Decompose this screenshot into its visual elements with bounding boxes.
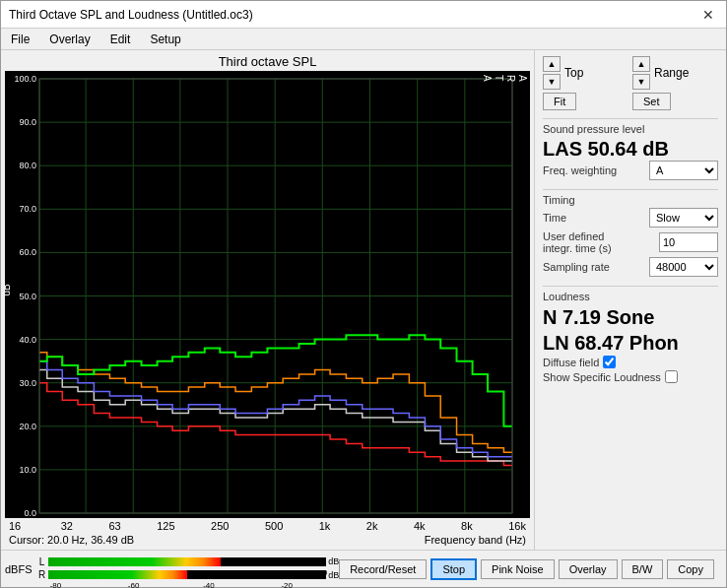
chart-area: Third octave SPL ARTA 16 32 63 125 250 5… bbox=[1, 50, 534, 550]
main-area: Third octave SPL ARTA 16 32 63 125 250 5… bbox=[1, 50, 726, 550]
tick-r-40: -40 bbox=[203, 581, 215, 588]
l-channel-row: L dB bbox=[36, 556, 340, 567]
pink-noise-button[interactable]: Pink Noise bbox=[481, 559, 555, 579]
freq-2k: 2k bbox=[366, 520, 378, 532]
sampling-rate-row: Sampling rate 48000 44100 96000 bbox=[543, 257, 718, 277]
scale-row-top: -90 -70 -60 -50 -40 -30 -20 -10 bbox=[50, 568, 340, 569]
range-label: Range bbox=[654, 66, 689, 80]
menu-setup[interactable]: Setup bbox=[144, 32, 186, 47]
chart-title: Third octave SPL bbox=[5, 54, 530, 69]
bottom-bar: dBFS L dB -90 -70 -60 -50 -40 -30 bbox=[1, 550, 726, 587]
timing-label: Timing bbox=[543, 194, 718, 206]
title-bar: Third Octave SPL and Loudness (Untitled.… bbox=[1, 1, 726, 29]
arta-label: ARTA bbox=[481, 75, 528, 83]
l-scale-end: dB bbox=[328, 556, 339, 566]
sampling-rate-label: Sampling rate bbox=[543, 261, 610, 273]
freq-8k: 8k bbox=[461, 520, 473, 532]
spl-section-label: Sound pressure level bbox=[543, 123, 718, 135]
menu-bar: File Overlay Edit Setup bbox=[1, 29, 726, 50]
top-nav-col: ▲ ▼ Top Fit bbox=[543, 56, 628, 110]
spl-canvas bbox=[5, 71, 530, 518]
bottom-controls: Record/Reset Stop Pink Noise Overlay B/W… bbox=[339, 556, 722, 582]
tick-r-20: -20 bbox=[281, 581, 293, 588]
meter-container: L dB -90 -70 -60 -50 -40 -30 -20 -10 bbox=[36, 556, 340, 582]
range-up-btn[interactable]: ▲ bbox=[632, 56, 650, 72]
fit-nav-row: Fit bbox=[543, 93, 628, 110]
show-specific-checkbox[interactable] bbox=[665, 370, 678, 383]
freq-weighting-label: Freq. weighting bbox=[543, 164, 617, 176]
range-down-btn[interactable]: ▼ bbox=[632, 74, 650, 90]
freq-band-label: Frequency band (Hz) bbox=[425, 534, 526, 546]
nav-controls: ▲ ▼ Top Fit ▲ ▼ Range bbox=[543, 56, 718, 110]
top-label: Top bbox=[564, 66, 583, 80]
time-select[interactable]: Slow Fast Impulse bbox=[649, 208, 718, 228]
bw-button[interactable]: B/W bbox=[622, 559, 664, 579]
time-row: Time Slow Fast Impulse bbox=[543, 208, 718, 228]
diffuse-field-row: Diffuse field bbox=[543, 356, 718, 368]
show-specific-label: Show Specific Loudness bbox=[543, 371, 661, 383]
freq-labels: 16 32 63 125 250 500 1k 2k 4k 8k 16k bbox=[5, 520, 530, 532]
db-axis-label: 16 bbox=[9, 520, 21, 532]
freq-16k: 16k bbox=[508, 520, 526, 532]
freq-500: 500 bbox=[265, 520, 283, 532]
range-nav-col: ▲ ▼ Range Set bbox=[632, 56, 718, 110]
user-defined-label: User definedintegr. time (s) bbox=[543, 230, 612, 254]
freq-weighting-select[interactable]: A B C Z bbox=[649, 161, 718, 180]
freq-4k: 4k bbox=[414, 520, 426, 532]
sampling-rate-select[interactable]: 48000 44100 96000 bbox=[649, 257, 718, 277]
freq-32: 32 bbox=[61, 520, 73, 532]
chart-canvas: ARTA bbox=[5, 71, 530, 518]
record-reset-button[interactable]: Record/Reset bbox=[339, 559, 427, 579]
range-nav-row: ▲ ▼ Range bbox=[632, 56, 718, 90]
diffuse-field-checkbox[interactable] bbox=[603, 356, 616, 368]
cursor-info: Cursor: 20.0 Hz, 36.49 dB bbox=[9, 534, 134, 546]
n-value: N 7.19 Sone bbox=[543, 304, 718, 330]
show-specific-row: Show Specific Loudness bbox=[543, 370, 718, 383]
loudness-section: Loudness N 7.19 Sone LN 68.47 Phon Diffu… bbox=[543, 286, 718, 385]
freq-250: 250 bbox=[211, 520, 229, 532]
spl-section: Sound pressure level LAS 50.64 dB Freq. … bbox=[543, 118, 718, 183]
main-window: Third Octave SPL and Loudness (Untitled.… bbox=[0, 0, 727, 588]
top-nav-row: ▲ ▼ Top bbox=[543, 56, 628, 90]
freq-63: 63 bbox=[108, 520, 120, 532]
timing-section: Timing Time Slow Fast Impulse User defin… bbox=[543, 189, 718, 280]
close-button[interactable]: ✕ bbox=[698, 7, 718, 23]
freq-125: 125 bbox=[157, 520, 174, 532]
menu-file[interactable]: File bbox=[5, 32, 35, 47]
loudness-label: Loudness bbox=[543, 291, 718, 302]
set-button[interactable]: Set bbox=[632, 93, 671, 110]
window-title: Third Octave SPL and Loudness (Untitled.… bbox=[9, 8, 253, 22]
scale-row-bottom: -80 -60 -40 -20 bbox=[50, 581, 340, 582]
copy-button[interactable]: Copy bbox=[667, 559, 714, 579]
right-panel: ▲ ▼ Top Fit ▲ ▼ Range bbox=[534, 50, 726, 550]
top-up-btn[interactable]: ▲ bbox=[543, 56, 561, 72]
stop-button[interactable]: Stop bbox=[430, 558, 477, 580]
l-channel-label: L bbox=[36, 556, 48, 567]
spl-value: LAS 50.64 dB bbox=[543, 137, 718, 161]
top-down-btn[interactable]: ▼ bbox=[543, 74, 561, 90]
user-defined-row: User definedintegr. time (s) bbox=[543, 230, 718, 254]
r-channel-row: R dB bbox=[36, 569, 340, 580]
r-channel-label: R bbox=[36, 569, 48, 580]
user-defined-input[interactable] bbox=[659, 232, 718, 252]
freq-weighting-row: Freq. weighting A B C Z bbox=[543, 161, 718, 180]
l-meter-fill bbox=[48, 557, 221, 566]
r-meter-fill bbox=[48, 570, 187, 579]
set-nav-row: Set bbox=[632, 93, 718, 110]
time-label: Time bbox=[543, 212, 566, 224]
dbfs-label: dBFS bbox=[5, 563, 33, 575]
r-scale-end: dB bbox=[328, 570, 339, 580]
menu-edit[interactable]: Edit bbox=[104, 32, 137, 47]
overlay-button[interactable]: Overlay bbox=[559, 559, 618, 579]
menu-overlay[interactable]: Overlay bbox=[43, 32, 96, 47]
ln-value: LN 68.47 Phon bbox=[543, 330, 718, 356]
freq-1k: 1k bbox=[319, 520, 331, 532]
dbfs-area: dBFS L dB -90 -70 -60 -50 -40 -30 bbox=[5, 551, 339, 587]
fit-button[interactable]: Fit bbox=[543, 93, 576, 110]
tick-r-80: -80 bbox=[50, 581, 62, 588]
tick-r-60: -60 bbox=[128, 581, 140, 588]
l-meter-bar bbox=[48, 557, 327, 566]
diffuse-field-label: Diffuse field bbox=[543, 357, 599, 368]
r-meter-bar bbox=[48, 570, 327, 579]
chart-footer: Cursor: 20.0 Hz, 36.49 dB Frequency band… bbox=[5, 532, 530, 546]
